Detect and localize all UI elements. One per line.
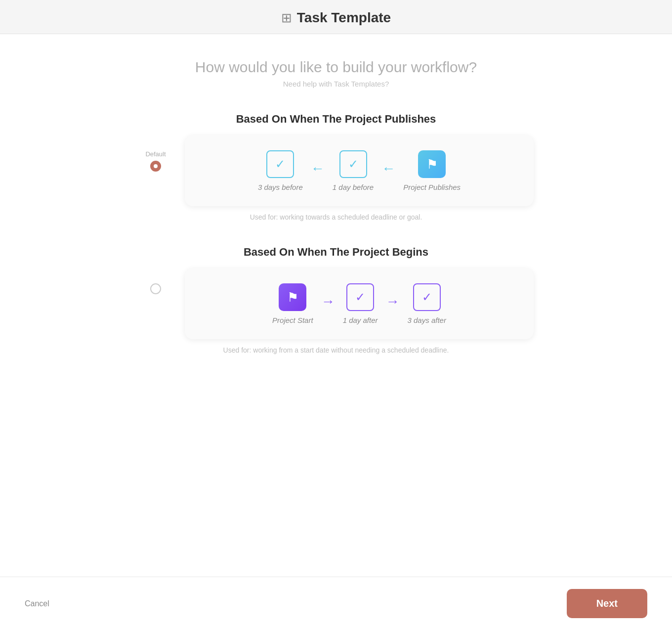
item-label-3days-before: 3 days before	[258, 183, 303, 191]
flag-icon-purple: ⚑	[279, 283, 306, 311]
workflow-card-1: ✓ 3 days before ← ✓ 1 day before ← ⚑ Pro…	[185, 135, 534, 206]
page-subtitle: Need help with Task Templates?	[283, 80, 389, 88]
radio-button-1[interactable]	[150, 161, 161, 172]
next-button[interactable]: Next	[567, 589, 647, 618]
section2-description: Used for: working from a start date with…	[138, 346, 534, 354]
section-project-publishes: Based On When The Project Publishes Defa…	[138, 113, 534, 221]
main-content: How would you like to build your workflo…	[0, 34, 672, 577]
item-label-project-publishes: Project Publishes	[403, 183, 461, 191]
workflow-item-1day-before: ✓ 1 day before	[333, 150, 374, 191]
app-title: Task Template	[297, 10, 391, 26]
section-project-begins: Based On When The Project Begins ⚑ Proje…	[138, 246, 534, 354]
checkbox-icon-blue-2: ✓	[339, 150, 367, 178]
workflow-item-1day-after: ✓ 1 day after	[343, 283, 378, 324]
workflow-card-2: ⚑ Project Start → ✓ 1 day after → ✓ 3 da…	[185, 269, 534, 339]
arrow-right-1: →	[321, 294, 335, 310]
cancel-button[interactable]: Cancel	[25, 599, 49, 608]
workflow-item-project-publishes: ⚑ Project Publishes	[403, 150, 461, 191]
section2-title: Based On When The Project Begins	[138, 246, 534, 259]
app-header: ⊞ Task Template	[0, 0, 672, 34]
item-label-1day-before: 1 day before	[333, 183, 374, 191]
page-question: How would you like to build your workflo…	[195, 59, 477, 76]
arrow-left-2: ←	[381, 161, 395, 177]
checkbox-icon-blue-1: ✓	[266, 150, 294, 178]
checkbox-icon-purple-1: ✓	[346, 283, 374, 311]
workflow-item-project-start: ⚑ Project Start	[272, 283, 313, 324]
item-label-3days-after: 3 days after	[408, 316, 446, 324]
arrow-right-2: →	[386, 294, 400, 310]
radio-label-1: Default	[145, 150, 166, 158]
flag-icon-blue: ⚑	[418, 150, 446, 178]
workflow-item-3days-before: ✓ 3 days before	[258, 150, 303, 191]
checkbox-icon-purple-2: ✓	[413, 283, 441, 311]
section1-title: Based On When The Project Publishes	[138, 113, 534, 126]
radio-button-2[interactable]	[150, 283, 161, 294]
section1-description: Used for: working towards a scheduled de…	[138, 213, 534, 221]
radio-area-1: Default	[138, 135, 173, 172]
item-label-project-start: Project Start	[272, 316, 313, 324]
footer: Cancel Next	[0, 577, 672, 630]
radio-area-2	[138, 269, 173, 294]
task-template-icon: ⊞	[281, 10, 292, 26]
arrow-left-1: ←	[311, 161, 325, 177]
workflow-item-3days-after: ✓ 3 days after	[408, 283, 446, 324]
item-label-1day-after: 1 day after	[343, 316, 378, 324]
